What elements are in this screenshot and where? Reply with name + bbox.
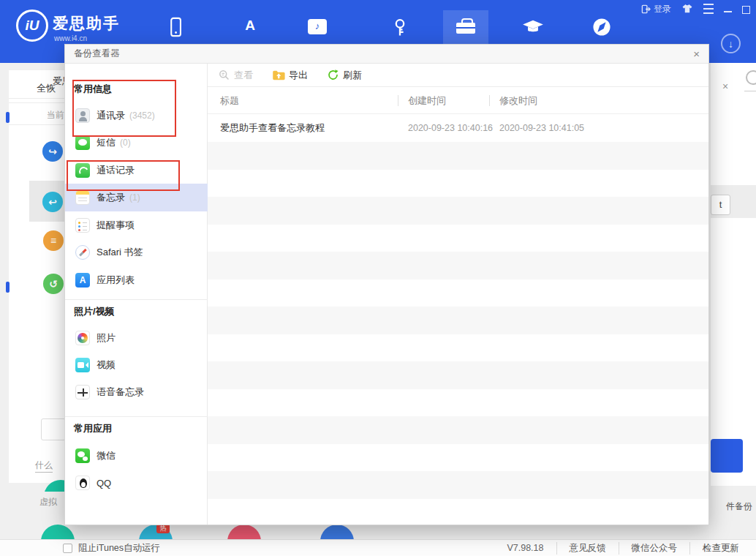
sidebar-item-voice-memos[interactable]: 语音备忘录	[65, 378, 208, 406]
reminders-icon	[75, 218, 90, 233]
wechat-official-link[interactable]: 微信公众号	[619, 542, 690, 555]
view-icon	[218, 69, 230, 81]
note-title: 爱思助手查看备忘录教程	[220, 114, 325, 142]
pink-app-icon[interactable]	[227, 525, 261, 539]
login-icon	[641, 4, 651, 14]
close-icon[interactable]: ×	[693, 45, 700, 63]
toolbox-icon[interactable]	[456, 23, 475, 34]
restore-circle-button[interactable]: ↺	[43, 274, 64, 294]
export-button[interactable]: 导出	[272, 69, 308, 82]
dialog-titlebar[interactable]: 备份查看器 ×	[65, 45, 708, 64]
sidebar-item-app-list[interactable]: 应用列表	[65, 266, 208, 294]
videos-icon	[75, 358, 90, 372]
empty-rows-area	[208, 142, 708, 525]
item-label: 照片	[97, 331, 116, 345]
table-row[interactable]: 爱思助手查看备忘录教程 2020-09-23 10:40:16 2020-09-…	[208, 114, 708, 142]
photos-icon	[75, 331, 90, 345]
section-title-photos-videos: 照片/视频	[74, 305, 115, 318]
background-input-clip[interactable]	[41, 418, 66, 440]
wechat-icon	[75, 448, 90, 463]
divider	[9, 124, 64, 125]
sidebar-item-photos[interactable]: 照片	[65, 324, 208, 352]
item-label: 应用列表	[97, 274, 135, 287]
browser-icon[interactable]	[591, 16, 613, 38]
list-circle-button[interactable]: ≡	[43, 230, 64, 251]
item-label: 语音备忘录	[97, 386, 144, 399]
safari-icon	[75, 245, 90, 260]
accent-bar	[6, 282, 10, 293]
brand-subtitle: www.i4.cn	[54, 34, 87, 42]
dialog-main-panel: 查看 导出 刷新 标题 创建时间 修改时间 爱思助手查看备忘录教程	[208, 64, 708, 525]
background-left-panel: 爱思 全恢 当前 ↪ ↩ ≡ ↺ 什么 虚拟	[0, 63, 64, 539]
dialog-title: 备份查看器	[74, 45, 120, 63]
sidebar-item-videos[interactable]: 视频	[65, 351, 208, 379]
note-modified-time: 2020-09-23 10:41:05	[499, 114, 584, 142]
divider	[9, 98, 64, 99]
background-virtual-clip: 虚拟	[39, 496, 57, 508]
background-right-panel: × t 件备份	[709, 63, 756, 539]
voice-memos-icon	[75, 385, 90, 399]
app-logo: iU	[16, 10, 48, 42]
import-circle-button[interactable]: ↩	[42, 192, 63, 212]
section-title-common-apps: 常用应用	[74, 422, 112, 435]
theme-icon[interactable]	[681, 4, 693, 14]
column-modified: 修改时间	[499, 87, 537, 114]
column-divider	[489, 95, 490, 106]
login-button[interactable]: 登录	[641, 3, 671, 15]
column-created: 创建时间	[408, 87, 446, 114]
item-label: QQ	[97, 478, 111, 489]
appstore-icon[interactable]	[239, 16, 261, 38]
minimize-button[interactable]	[724, 6, 732, 12]
block-itunes-label: 阻止iTunes自动运行	[78, 542, 160, 555]
teal-app-icon[interactable]	[41, 525, 75, 539]
app-window: iU 爱思助手 www.i4.cn 登录	[0, 0, 756, 556]
export-circle-button[interactable]: ↪	[42, 141, 63, 162]
item-label: 微信	[97, 449, 116, 462]
background-button-clip[interactable]: t	[711, 195, 730, 215]
maximize-button[interactable]	[742, 6, 750, 14]
export-icon	[272, 70, 285, 81]
background-help-link-clip[interactable]: 什么	[35, 459, 53, 473]
device-icon[interactable]	[165, 16, 186, 38]
item-count: (1)	[129, 192, 140, 203]
version-label: V7.98.18	[494, 543, 556, 553]
download-manager-button[interactable]: ↓	[721, 34, 741, 53]
background-close-icon[interactable]: ×	[722, 80, 728, 92]
annotation-box-contacts-sms	[72, 80, 176, 137]
feedback-link[interactable]: 意见反馈	[556, 542, 619, 555]
item-label: 短信	[97, 136, 116, 149]
divider	[9, 102, 64, 103]
check-update-link[interactable]: 检查更新	[689, 542, 752, 555]
login-label: 登录	[654, 3, 671, 15]
notes-icon	[75, 190, 90, 205]
view-button[interactable]: 查看	[218, 69, 253, 82]
app-list-icon	[75, 273, 90, 288]
column-title: 标题	[220, 87, 239, 114]
jailbreak-icon[interactable]	[389, 16, 411, 38]
ringtone-icon[interactable]	[308, 19, 327, 34]
background-teal-button-clip	[0, 478, 64, 492]
refresh-label: 刷新	[343, 69, 362, 82]
export-label: 导出	[289, 69, 308, 82]
blue-app-icon[interactable]	[320, 525, 354, 539]
brand-title: 爱思助手	[53, 13, 120, 34]
menu-icon[interactable]	[703, 4, 714, 14]
refresh-button[interactable]: 刷新	[327, 69, 362, 82]
sidebar-item-wechat[interactable]: 微信	[65, 442, 208, 470]
sidebar-item-safari-bookmarks[interactable]: Safari 书签	[65, 238, 208, 266]
view-label: 查看	[234, 69, 253, 82]
sidebar-item-qq[interactable]: QQ	[65, 469, 208, 497]
background-primary-button-clip[interactable]	[711, 439, 743, 473]
refresh-icon	[327, 69, 339, 81]
sidebar-item-reminders[interactable]: 提醒事项	[65, 211, 208, 239]
tutorial-icon[interactable]	[522, 16, 544, 38]
search-icon[interactable]	[746, 70, 756, 85]
status-bar: 阻止iTunes自动运行 V7.98.18 意见反馈 微信公众号 检查更新	[0, 539, 756, 556]
block-itunes-checkbox[interactable]	[63, 544, 72, 553]
qq-icon	[75, 476, 90, 490]
divider	[65, 416, 208, 417]
divider	[65, 299, 208, 300]
background-row-clip: 当前	[47, 109, 64, 121]
background-right-card	[711, 63, 756, 486]
teal-circle[interactable]	[44, 480, 64, 492]
